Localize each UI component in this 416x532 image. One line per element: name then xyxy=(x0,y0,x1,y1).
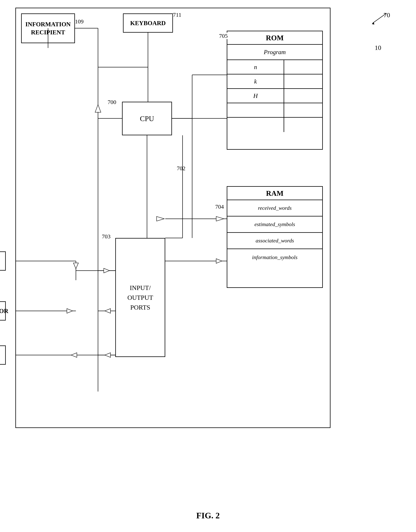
cpu-box: 700 CPU xyxy=(122,102,172,135)
screen-box: SCREEN xyxy=(0,345,6,365)
ram-label-received: received_words xyxy=(258,205,291,211)
ref-10: 10 xyxy=(375,44,381,51)
io-label: INPUT/OUTPUTPORTS xyxy=(127,283,153,312)
rom-n-row: n xyxy=(227,60,322,75)
info-recipient-label: INFORMATIONRECIPIENT xyxy=(25,20,71,36)
ram-associated-words: associated_words xyxy=(227,233,322,249)
rom-h-label: H xyxy=(227,89,284,103)
demodulator-box: DEMODULATOR xyxy=(0,301,6,321)
ref-70: 70 xyxy=(384,11,390,19)
ref-700: 700 xyxy=(108,99,116,105)
ram-estimated-symbols: estimated_symbols xyxy=(227,217,322,233)
ref-702: 702 xyxy=(177,165,185,171)
ram-label-estimated: estimated_symbols xyxy=(254,221,295,228)
rom-program-row: Program xyxy=(227,45,322,60)
ref-705: 705 xyxy=(219,33,228,39)
ref-703: 703 xyxy=(102,233,110,240)
io-ports-box: INPUT/OUTPUTPORTS xyxy=(115,238,165,357)
rom-extra-right-2 xyxy=(284,118,322,132)
ram-header: RAM xyxy=(227,187,322,200)
rom-k-label: k xyxy=(227,75,284,88)
ram-label-info: information_symbols xyxy=(252,254,297,260)
ref-109: 109 xyxy=(75,18,84,25)
ram-information-symbols: information_symbols xyxy=(227,249,322,266)
ram-label-associated: associated_words xyxy=(256,238,294,244)
rom-extra-row-1 xyxy=(227,103,322,118)
ref-711: 711 xyxy=(173,11,181,18)
keyboard-label: KEYBOARD xyxy=(130,19,166,27)
rom-h-row: H xyxy=(227,89,322,103)
rom-extra-left-2 xyxy=(227,118,284,132)
ram-box: RAM received_words estimated_symbols ass… xyxy=(227,186,323,288)
demodulator-label: DEMODULATOR xyxy=(0,307,8,314)
rom-program-label: Program xyxy=(264,48,286,56)
rom-k-right xyxy=(284,75,322,88)
cpu-text: CPU xyxy=(140,114,154,123)
figure-caption: FIG. 2 xyxy=(0,511,416,521)
rom-extra-left-1 xyxy=(227,103,284,117)
diagram-container: 70 INFORMATIONRECIPIENT 109 KEYBOARD 711… xyxy=(15,8,396,507)
rom-h-right xyxy=(284,89,322,103)
corner-ref-label: 70 xyxy=(367,11,390,28)
rom-extra-row-2 xyxy=(227,118,322,132)
reader-box: READER xyxy=(0,251,6,271)
ref-704: 704 xyxy=(215,203,224,210)
rom-header: ROM xyxy=(227,31,322,45)
rom-n-right xyxy=(284,60,322,74)
rom-k-row: k xyxy=(227,75,322,89)
keyboard-box: KEYBOARD xyxy=(123,13,173,33)
info-recipient-box: INFORMATIONRECIPIENT xyxy=(21,13,75,43)
rom-box: ROM Program n k H xyxy=(227,31,323,150)
ram-received-words: received_words xyxy=(227,200,322,217)
rom-n-label: n xyxy=(227,60,284,74)
rom-extra-right-1 xyxy=(284,103,322,117)
